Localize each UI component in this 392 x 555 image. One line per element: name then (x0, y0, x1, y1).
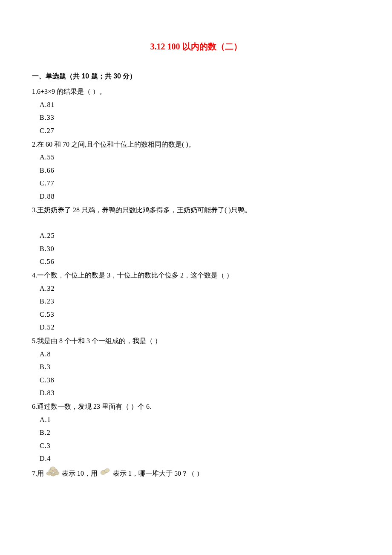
question-6-option-a: A.1 (32, 413, 360, 426)
question-2-option-d: D.88 (32, 190, 360, 203)
question-4-option-c: C.53 (32, 308, 360, 321)
worksheet-title: 3.12 100 以内的数（二） (32, 38, 360, 55)
question-2-option-c: C.77 (32, 177, 360, 190)
question-2-text: 2.在 60 和 70 之间,且个位和十位上的数相同的数是( )。 (32, 138, 360, 151)
section-header: 一、单选题（共 10 题；共 30 分） (32, 70, 360, 83)
question-4-option-a: A.32 (32, 282, 360, 295)
question-3-option-b: B.30 (32, 243, 360, 255)
question-1-text: 1.6+3×9 的结果是（ ）。 (32, 85, 360, 98)
question-2-option-a: A.55 (32, 151, 360, 164)
question-5-option-c: C.38 (32, 374, 360, 387)
question-5: 5.我是由 8 个十和 3 个一组成的，我是（ ） A.8 B.3 C.38 D… (32, 335, 360, 399)
peanut-single-icon (99, 467, 111, 480)
question-5-option-b: B.3 (32, 361, 360, 373)
question-6-option-b: B.2 (32, 426, 360, 439)
question-4: 4.一个数，个位上的数是 3，十位上的数比个位多 2，这个数是（ ） A.32 … (32, 269, 360, 334)
question-2-option-b: B.66 (32, 164, 360, 177)
question-3-option-a: A.25 (32, 229, 360, 242)
question-6-text: 6.通过数一数，发现 23 里面有（ ）个 6. (32, 400, 360, 413)
question-3-text: 3.王奶奶养了 28 只鸡，养鸭的只数比鸡多得多，王奶奶可能养了( )只鸭。 (32, 204, 360, 217)
svg-point-5 (50, 467, 55, 470)
question-1-option-c: C.27 (32, 124, 360, 137)
question-6: 6.通过数一数，发现 23 里面有（ ）个 6. A.1 B.2 C.3 D.4 (32, 400, 360, 465)
question-1-option-a: A.81 (32, 98, 360, 111)
question-6-option-c: C.3 (32, 439, 360, 452)
question-5-option-a: A.8 (32, 348, 360, 361)
question-4-option-d: D.52 (32, 321, 360, 334)
question-7-prefix: 7.用 (32, 467, 44, 480)
question-7-mid2: 表示 1，哪一堆大于 50？（ ） (113, 467, 203, 480)
question-2: 2.在 60 和 70 之间,且个位和十位上的数相同的数是( )。 A.55 B… (32, 138, 360, 203)
question-6-option-d: D.4 (32, 452, 360, 465)
question-7: 7.用 表示 10，用 表示 1，哪一堆大于 50？（ ） (32, 466, 360, 481)
question-5-text: 5.我是由 8 个十和 3 个一组成的，我是（ ） (32, 335, 360, 347)
question-3: 3.王奶奶养了 28 只鸡，养鸭的只数比鸡多得多，王奶奶可能养了( )只鸭。 A… (32, 204, 360, 269)
question-1: 1.6+3×9 的结果是（ ）。 A.81 B.33 C.27 (32, 85, 360, 137)
question-5-option-d: D.83 (32, 387, 360, 399)
peanut-pile-icon (46, 466, 60, 481)
question-7-text: 7.用 表示 10，用 表示 1，哪一堆大于 50？（ ） (32, 466, 360, 481)
question-4-text: 4.一个数，个位上的数是 3，十位上的数比个位多 2，这个数是（ ） (32, 269, 360, 282)
question-1-option-b: B.33 (32, 111, 360, 124)
question-7-mid1: 表示 10，用 (62, 467, 98, 480)
question-3-option-c: C.56 (32, 255, 360, 268)
question-4-option-b: B.23 (32, 295, 360, 308)
